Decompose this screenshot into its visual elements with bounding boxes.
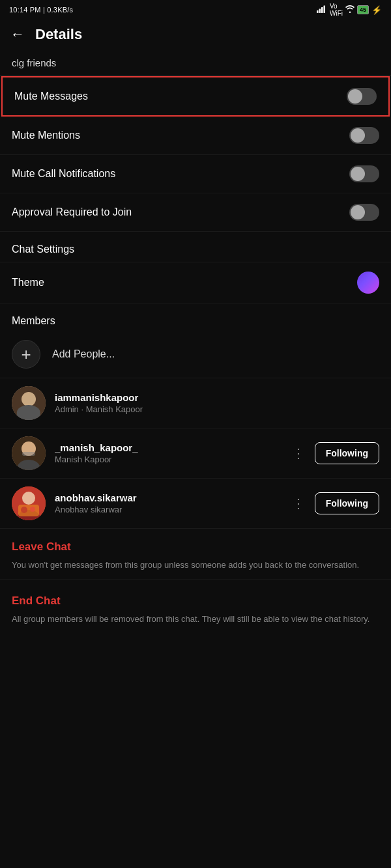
add-people-label: Add People...	[52, 348, 115, 360]
member-actions: ⋮ Following	[289, 442, 379, 464]
approval-required-row: Approval Required to Join	[0, 193, 391, 232]
approval-required-toggle[interactable]	[349, 204, 379, 221]
mute-mentions-toggle[interactable]	[349, 127, 379, 144]
group-name: clg friends	[12, 57, 56, 68]
page-title: Details	[35, 26, 82, 43]
svg-rect-1	[319, 9, 321, 14]
mute-mentions-row: Mute Mentions	[0, 117, 391, 155]
vo-wifi-label: VoWiFi	[330, 3, 343, 17]
theme-label: Theme	[12, 277, 44, 288]
header: ← Details	[0, 18, 391, 51]
leave-chat-description: You won't get messages from this group u…	[12, 559, 379, 572]
member-row: anobhav.sikarwar Anobhav sikarwar ⋮ Foll…	[0, 479, 391, 529]
member-info: _manish_kapoor_ Manish Kapoor	[55, 442, 280, 464]
charging-icon: ⚡	[371, 5, 382, 15]
svg-point-6	[17, 410, 40, 420]
avatar-image	[12, 436, 46, 470]
following-button[interactable]: Following	[315, 442, 379, 464]
svg-rect-12	[22, 452, 35, 456]
member-subtext: Manish Kapoor	[55, 455, 280, 464]
member-username: _manish_kapoor_	[55, 442, 280, 453]
mute-messages-row: Mute Messages	[1, 76, 390, 117]
chat-settings-heading[interactable]: Chat Settings	[0, 232, 391, 262]
battery-icon: 45	[357, 5, 369, 14]
mute-messages-toggle[interactable]	[347, 88, 377, 105]
following-button[interactable]: Following	[315, 492, 379, 514]
member-username: anobhav.sikarwar	[55, 492, 280, 503]
member-row: iammanishkapoor Admin · Manish Kapoor	[0, 378, 391, 428]
back-button[interactable]: ←	[10, 26, 25, 43]
theme-row[interactable]: Theme	[0, 262, 391, 303]
member-subtext: Anobhav sikarwar	[55, 505, 280, 514]
signal-icon	[317, 5, 327, 14]
svg-point-14	[22, 492, 35, 505]
mute-messages-label: Mute Messages	[14, 91, 88, 102]
svg-point-7	[22, 393, 35, 406]
svg-rect-0	[317, 10, 319, 13]
svg-point-18	[30, 507, 35, 512]
end-chat-title[interactable]: End Chat	[12, 595, 379, 608]
member-options-icon[interactable]: ⋮	[289, 444, 308, 462]
svg-rect-3	[323, 6, 325, 14]
avatar	[12, 386, 46, 420]
status-bar: 10:14 PM | 0.3KB/s VoWiFi 45 ⚡	[0, 0, 391, 18]
member-options-icon[interactable]: ⋮	[289, 494, 308, 512]
avatar	[12, 436, 46, 470]
wifi-icon	[345, 5, 355, 14]
mute-call-notifications-row: Mute Call Notifications	[0, 155, 391, 193]
member-info: iammanishkapoor Admin · Manish Kapoor	[55, 392, 379, 414]
status-right: VoWiFi 45 ⚡	[317, 3, 382, 17]
svg-rect-2	[321, 7, 323, 13]
member-subtext: Admin · Manish Kapoor	[55, 404, 379, 414]
approval-required-label: Approval Required to Join	[12, 206, 132, 218]
member-info: anobhav.sikarwar Anobhav sikarwar	[55, 492, 280, 514]
member-row: _manish_kapoor_ Manish Kapoor ⋮ Followin…	[0, 428, 391, 479]
add-people-row[interactable]: + Add People...	[0, 331, 391, 378]
avatar-image	[12, 486, 46, 520]
add-people-icon: +	[12, 340, 40, 369]
theme-color-circle	[357, 272, 379, 294]
mute-mentions-label: Mute Mentions	[12, 130, 80, 141]
status-left: 10:14 PM | 0.3KB/s	[9, 6, 73, 14]
members-heading: Members	[0, 303, 391, 331]
member-username: iammanishkapoor	[55, 392, 379, 403]
mute-call-notifications-label: Mute Call Notifications	[12, 168, 115, 180]
leave-chat-section: Leave Chat You won't get messages from t…	[0, 529, 391, 577]
section-divider	[0, 580, 391, 580]
mute-call-notifications-toggle[interactable]	[349, 165, 379, 182]
leave-chat-title[interactable]: Leave Chat	[12, 540, 379, 553]
settings-section: Mute Messages Mute Mentions Mute Call No…	[0, 76, 391, 303]
end-chat-section: End Chat All group members will be remov…	[0, 583, 391, 631]
avatar	[12, 486, 46, 520]
group-name-section: clg friends	[0, 51, 391, 76]
avatar-image	[12, 386, 46, 420]
svg-point-17	[21, 507, 27, 513]
member-actions: ⋮ Following	[289, 492, 379, 514]
end-chat-description: All group members will be removed from t…	[12, 613, 379, 626]
